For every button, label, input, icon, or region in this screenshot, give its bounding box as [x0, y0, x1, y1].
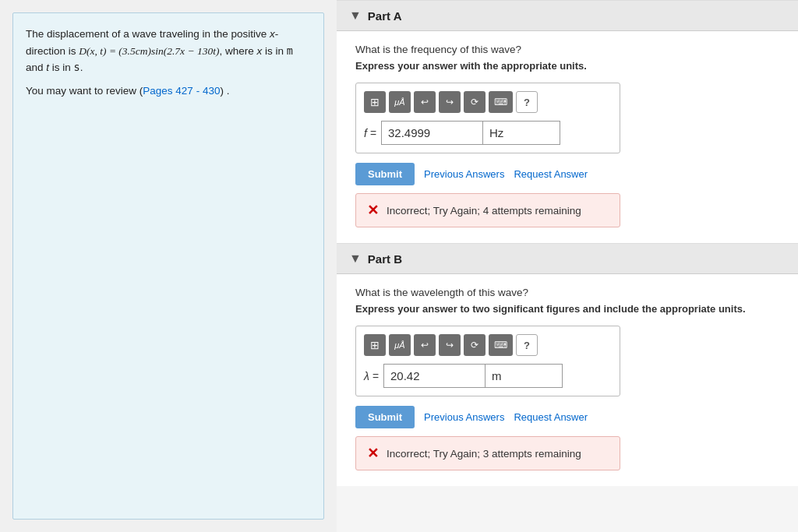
- part-a-title: Part A: [368, 9, 402, 23]
- part-a-question: What is the frequency of this wave?: [355, 44, 779, 55]
- undo-btn-b[interactable]: ↩: [414, 334, 436, 356]
- part-a-content: What is the frequency of this wave? Expr…: [337, 31, 798, 243]
- part-b-unit-input[interactable]: [485, 364, 563, 388]
- keyboard-btn-a[interactable]: ⌨: [489, 91, 513, 113]
- part-a-answer-row: f =: [364, 121, 612, 145]
- part-a-request-answer-link[interactable]: Request Answer: [514, 168, 588, 180]
- part-b-prev-answers-link[interactable]: Previous Answers: [424, 411, 504, 423]
- part-b-section: ▼ Part B What is the wavelength of this …: [337, 243, 798, 486]
- redo-btn-a[interactable]: ↪: [439, 91, 461, 113]
- part-a-submit-row: Submit Previous Answers Request Answer: [355, 163, 779, 185]
- part-b-request-answer-link[interactable]: Request Answer: [514, 411, 588, 423]
- part-a-error-message: Incorrect; Try Again; 4 attempts remaini…: [387, 205, 581, 217]
- problem-statement: The displacement of a wave traveling in …: [12, 12, 324, 520]
- part-b-error-icon: ✕: [367, 445, 379, 462]
- part-a-error-box: ✕ Incorrect; Try Again; 4 attempts remai…: [355, 193, 620, 227]
- part-a-toolbar: ⊞ μÅ ↩ ↪ ⟳ ⌨ ?: [364, 91, 612, 113]
- part-b-title: Part B: [368, 252, 402, 266]
- part-a-var-label: f =: [364, 127, 376, 139]
- part-a-error-icon: ✕: [367, 202, 379, 219]
- undo-btn-a[interactable]: ↩: [414, 91, 436, 113]
- part-b-toolbar: ⊞ μÅ ↩ ↪ ⟳ ⌨ ?: [364, 334, 612, 356]
- part-a-value-input[interactable]: [381, 121, 482, 145]
- part-a-prev-answers-link[interactable]: Previous Answers: [424, 168, 504, 180]
- part-a-input-box: ⊞ μÅ ↩ ↪ ⟳ ⌨ ? f =: [355, 83, 620, 153]
- part-b-instruction: Express your answer to two significant f…: [355, 303, 779, 315]
- part-a-collapse-btn[interactable]: ▼: [349, 9, 362, 23]
- mu-btn-a[interactable]: μÅ: [389, 91, 411, 113]
- part-b-value-input[interactable]: [383, 364, 485, 388]
- part-b-content: What is the wavelength of this wave? Exp…: [337, 274, 798, 486]
- help-btn-b[interactable]: ?: [516, 334, 538, 356]
- part-b-submit-row: Submit Previous Answers Request Answer: [355, 406, 779, 428]
- grid-btn-b[interactable]: ⊞: [364, 334, 386, 356]
- grid-btn-a[interactable]: ⊞: [364, 91, 386, 113]
- part-b-question: What is the wavelength of this wave?: [355, 287, 779, 298]
- reset-btn-b[interactable]: ⟳: [464, 334, 486, 356]
- part-b-error-message: Incorrect; Try Again; 3 attempts remaini…: [387, 448, 581, 460]
- part-a-section: ▼ Part A What is the frequency of this w…: [337, 0, 798, 243]
- answer-panel: ▼ Part A What is the frequency of this w…: [337, 0, 798, 532]
- part-b-error-box: ✕ Incorrect; Try Again; 3 attempts remai…: [355, 436, 620, 470]
- part-a-submit-btn[interactable]: Submit: [355, 163, 415, 185]
- problem-text: The displacement of a wave traveling in …: [26, 26, 311, 76]
- part-a-unit-input[interactable]: [482, 121, 560, 145]
- redo-btn-b[interactable]: ↪: [439, 334, 461, 356]
- part-b-submit-btn[interactable]: Submit: [355, 406, 415, 428]
- part-b-input-box: ⊞ μÅ ↩ ↪ ⟳ ⌨ ? λ =: [355, 326, 620, 396]
- review-link[interactable]: Pages 427 - 430: [143, 85, 220, 97]
- part-a-instruction: Express your answer with the appropriate…: [355, 60, 779, 72]
- part-b-answer-row: λ =: [364, 364, 612, 388]
- review-text: You may want to review (Pages 427 - 430)…: [26, 83, 311, 100]
- part-b-header: ▼ Part B: [337, 244, 798, 274]
- part-b-collapse-btn[interactable]: ▼: [349, 252, 362, 266]
- keyboard-btn-b[interactable]: ⌨: [489, 334, 513, 356]
- help-btn-a[interactable]: ?: [516, 91, 538, 113]
- mu-btn-b[interactable]: μÅ: [389, 334, 411, 356]
- reset-btn-a[interactable]: ⟳: [464, 91, 486, 113]
- part-a-header: ▼ Part A: [337, 1, 798, 31]
- part-b-var-label: λ =: [364, 370, 379, 382]
